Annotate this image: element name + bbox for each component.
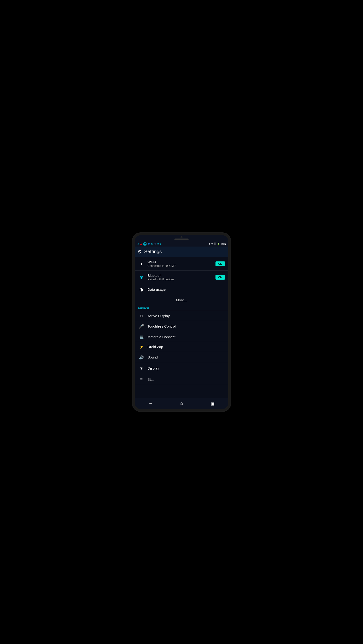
status-bar: ◁ 🚗 65 👤 ⇅ f f ✉ ⊛ ▾ 4G ▌ 🔋 7:56 (135, 241, 228, 246)
storage-item[interactable]: ≡ St... (135, 374, 228, 385)
fb-status-icon: f (154, 243, 155, 245)
touchless-control-icon: 🎤 (138, 324, 145, 329)
gmail-status-icon: ✉ (157, 243, 159, 245)
transfer-status-icon: ⇅ (151, 243, 153, 245)
navigation-bar: ← ⌂ ▣ (135, 398, 228, 409)
active-display-item[interactable]: ⊡ Active Display (135, 311, 228, 321)
active-display-icon: ⊡ (138, 314, 145, 318)
lte-status-icon: 4G (211, 243, 214, 245)
sound-item[interactable]: 🔊 Sound (135, 352, 228, 363)
contacts-status-icon: 👤 (147, 243, 150, 245)
back-nav-button[interactable]: ← (145, 400, 156, 407)
bluetooth-icon: ⊛ (138, 275, 145, 280)
display-item[interactable]: ☀ Display (135, 363, 228, 374)
time-display: 7:56 (221, 242, 226, 245)
display-text: Display (147, 366, 225, 370)
wifi-toggle[interactable]: ON (216, 262, 225, 266)
battery-status-icon: 🔋 (217, 243, 220, 245)
more-text: More... (138, 298, 225, 302)
recents-nav-button[interactable]: ▣ (207, 400, 218, 407)
more-title: More... (138, 298, 225, 302)
display-title: Display (147, 366, 225, 370)
touchless-control-title: Touchless Control (147, 324, 225, 328)
motorola-connect-title: Motorola Connect (147, 335, 225, 339)
camera-dot (181, 236, 182, 238)
bluetooth-toggle[interactable]: ON (216, 275, 225, 280)
display-icon: ☀ (138, 366, 145, 371)
active-display-text: Active Display (147, 314, 225, 318)
wifi-text: Wi-Fi Connected to "9LCM2" (147, 260, 216, 268)
page-title: Settings (144, 249, 162, 254)
touchless-control-text: Touchless Control (147, 324, 225, 328)
wifi-icon: ▾ (138, 261, 145, 266)
wifi-subtitle: Connected to "9LCM2" (147, 264, 216, 268)
wifi-item[interactable]: ▾ Wi-Fi Connected to "9LCM2" ON (135, 257, 228, 271)
speaker-grill (174, 238, 189, 240)
settings-gear-icon: ⚙ (138, 249, 142, 254)
more-item[interactable]: More... (135, 295, 228, 305)
droid-zap-icon: ⚡ (138, 345, 145, 348)
phone-device: ◁ 🚗 65 👤 ⇅ f f ✉ ⊛ ▾ 4G ▌ 🔋 7:56 ⚙ Setti… (132, 232, 231, 412)
home-nav-button[interactable]: ⌂ (177, 400, 187, 407)
sound-title: Sound (147, 355, 225, 359)
bluetooth-subtitle: Paired with 8 devices (147, 278, 216, 281)
status-icons-right: ▾ 4G ▌ 🔋 7:56 (209, 242, 226, 245)
phone-screen: ◁ 🚗 65 👤 ⇅ f f ✉ ⊛ ▾ 4G ▌ 🔋 7:56 ⚙ Setti… (135, 235, 228, 409)
data-usage-icon: ◑ (138, 287, 145, 292)
bluetooth-status-icon: ⊛ (160, 243, 162, 245)
data-usage-title: Data usage (147, 288, 225, 292)
motorola-connect-item[interactable]: 💻 Motorola Connect (135, 332, 228, 342)
top-decor (135, 235, 228, 241)
signal-status-icon: ▌ (215, 242, 216, 245)
app-header: ⚙ Settings (135, 246, 228, 257)
bluetooth-item[interactable]: ⊛ Bluetooth Paired with 8 devices ON (135, 271, 228, 284)
bluetooth-text: Bluetooth Paired with 8 devices (147, 274, 216, 281)
wifi-status-icon: ▾ (209, 242, 210, 245)
droid-zap-title: Droid Zap (147, 345, 225, 349)
sound-text: Sound (147, 355, 225, 359)
settings-list: ▾ Wi-Fi Connected to "9LCM2" ON ⊛ Blueto… (135, 257, 228, 398)
status-icons-left: ◁ 🚗 65 👤 ⇅ f f ✉ ⊛ (137, 242, 162, 246)
wifi-title: Wi-Fi (147, 260, 216, 264)
motorola-connect-text: Motorola Connect (147, 335, 225, 339)
sound-icon: 🔊 (138, 355, 145, 360)
device-section-header: DEVICE (135, 305, 228, 311)
storage-title: St... (147, 378, 225, 382)
bluetooth-title: Bluetooth (147, 274, 216, 278)
back-status-icon: ◁ (137, 243, 139, 245)
fb2-status-icon: f (156, 243, 156, 245)
storage-text: St... (147, 378, 225, 382)
droid-zap-item[interactable]: ⚡ Droid Zap (135, 342, 228, 352)
notification-badge: 65 (143, 242, 147, 246)
data-usage-item[interactable]: ◑ Data usage (135, 284, 228, 295)
data-usage-text: Data usage (147, 288, 225, 292)
storage-icon: ≡ (138, 377, 145, 382)
active-display-title: Active Display (147, 314, 225, 318)
droid-zap-text: Droid Zap (147, 345, 225, 349)
touchless-control-item[interactable]: 🎤 Touchless Control (135, 321, 228, 332)
car-status-icon: 🚗 (140, 243, 142, 245)
motorola-connect-icon: 💻 (138, 335, 145, 339)
